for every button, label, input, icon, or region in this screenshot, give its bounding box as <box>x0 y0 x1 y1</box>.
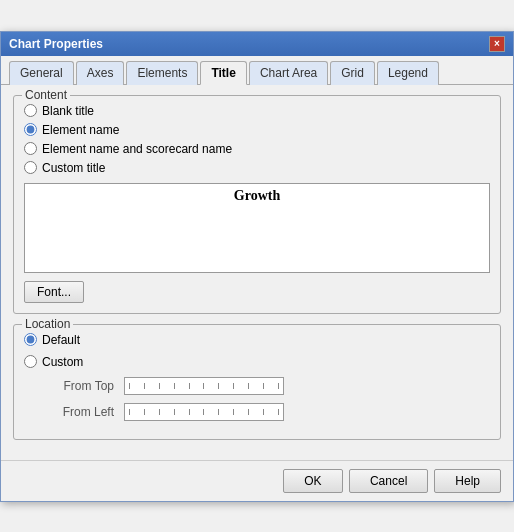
custom-location-label: Custom <box>42 355 83 369</box>
from-top-label: From Top <box>44 379 114 393</box>
custom-title-row: Custom title <box>24 161 490 175</box>
custom-title-label: Custom title <box>42 161 105 175</box>
default-location-radio[interactable] <box>24 333 37 346</box>
element-scorecard-label: Element name and scorecard name <box>42 142 232 156</box>
location-group-label: Location <box>22 317 73 331</box>
from-top-slider[interactable] <box>124 377 284 395</box>
custom-location-radio[interactable] <box>24 355 37 368</box>
tab-grid[interactable]: Grid <box>330 61 375 85</box>
tabs-bar: General Axes Elements Title Chart Area G… <box>1 56 513 85</box>
content-group: Content Blank title Element name Element… <box>13 95 501 314</box>
title-bar: Chart Properties × <box>1 32 513 56</box>
from-left-label: From Left <box>44 405 114 419</box>
blank-title-label: Blank title <box>42 104 94 118</box>
cancel-button[interactable]: Cancel <box>349 469 428 493</box>
main-content: Content Blank title Element name Element… <box>1 85 513 460</box>
element-scorecard-row: Element name and scorecard name <box>24 142 490 156</box>
custom-title-radio[interactable] <box>24 161 37 174</box>
tab-legend[interactable]: Legend <box>377 61 439 85</box>
from-left-row: From Left <box>24 403 490 421</box>
chart-properties-dialog: Chart Properties × General Axes Elements… <box>0 31 514 502</box>
blank-title-row: Blank title <box>24 104 490 118</box>
content-group-label: Content <box>22 88 70 102</box>
tab-chart-area[interactable]: Chart Area <box>249 61 328 85</box>
custom-location-row: Custom <box>24 355 490 369</box>
default-location-label: Default <box>42 333 80 347</box>
dialog-title: Chart Properties <box>9 37 103 51</box>
from-left-slider[interactable] <box>124 403 284 421</box>
tab-general[interactable]: General <box>9 61 74 85</box>
title-textarea[interactable]: Growth <box>29 188 485 268</box>
ok-button[interactable]: OK <box>283 469 343 493</box>
tab-elements[interactable]: Elements <box>126 61 198 85</box>
title-preview-box: Growth <box>24 183 490 273</box>
element-name-label: Element name <box>42 123 119 137</box>
close-button[interactable]: × <box>489 36 505 52</box>
tab-title[interactable]: Title <box>200 61 246 85</box>
element-scorecard-radio[interactable] <box>24 142 37 155</box>
font-button[interactable]: Font... <box>24 281 84 303</box>
default-location-row: Default <box>24 333 490 347</box>
tab-axes[interactable]: Axes <box>76 61 125 85</box>
element-name-radio[interactable] <box>24 123 37 136</box>
location-group: Location Default Custom From Top <box>13 324 501 440</box>
blank-title-radio[interactable] <box>24 104 37 117</box>
bottom-buttons: OK Cancel Help <box>1 460 513 501</box>
help-button[interactable]: Help <box>434 469 501 493</box>
element-name-row: Element name <box>24 123 490 137</box>
from-top-row: From Top <box>24 377 490 395</box>
